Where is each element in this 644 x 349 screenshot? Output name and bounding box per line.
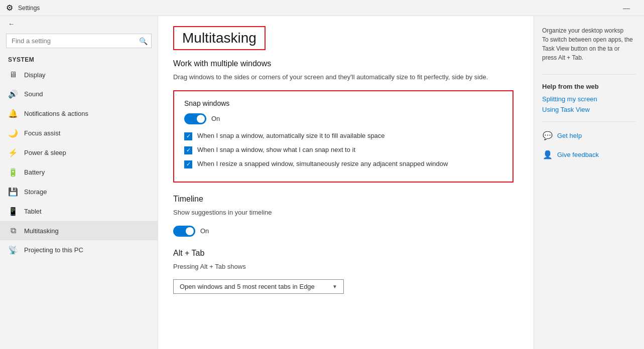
sidebar-item-label-focus: Focus assist [24,129,60,137]
alttab-dropdown-value: Open windows and 5 most recent tabs in E… [180,283,315,290]
alttab-section: Alt + Tab Pressing Alt + Tab shows Open … [173,249,513,294]
sidebar-back-button[interactable]: ← [0,16,158,32]
snap-windows-title: Snap windows [184,99,502,107]
snap-checkbox-1[interactable]: ✓ [184,132,192,140]
settings-icon: ⚙ [6,3,13,13]
title-bar-title: Settings [18,5,40,12]
storage-icon: 💾 [8,187,18,197]
splitting-screen-link[interactable]: Splitting my screen [542,95,636,103]
sidebar-item-projecting[interactable]: 📡 Projecting to this PC [0,240,158,260]
sidebar-item-label-tablet: Tablet [24,208,42,215]
sound-icon: 🔊 [8,89,18,99]
sidebar-item-label-power: Power & sleep [24,149,66,156]
chevron-down-icon: ▼ [332,284,337,289]
sidebar-item-label-display: Display [24,71,46,79]
battery-icon: 🔋 [8,167,18,177]
right-panel-divider-1 [542,74,636,75]
sidebar-item-storage[interactable]: 💾 Storage [0,182,158,202]
timeline-toggle-row: On [173,226,513,237]
sidebar-item-label-battery: Battery [24,168,45,176]
page-title-box: Multitasking [173,26,266,50]
snap-toggle-track[interactable] [184,113,206,124]
tablet-icon: 📱 [8,207,18,216]
sidebar-item-label-sound: Sound [24,90,43,98]
give-feedback-action[interactable]: 👤 Give feedback [542,149,636,160]
notifications-icon: 🔔 [8,109,18,118]
timeline-toggle-label: On [200,227,209,235]
snap-windows-box: Snap windows On ✓ When I snap a window, … [173,90,513,183]
display-icon: 🖥 [8,70,18,79]
snap-checkbox-1-label: When I snap a window, automatically size… [197,131,385,140]
title-bar-controls: — [615,0,638,16]
snap-toggle-thumb [197,115,205,123]
sidebar-item-notifications[interactable]: 🔔 Notifications & actions [0,104,158,123]
sidebar-item-multitasking[interactable]: ⧉ Multitasking [0,221,158,240]
right-panel: Organize your desktop workspTo switch be… [534,16,644,349]
help-from-web-title: Help from the web [542,83,636,90]
title-bar-left: ⚙ Settings [6,3,40,13]
alttab-heading: Alt + Tab [173,249,513,258]
alttab-dropdown[interactable]: Open windows and 5 most recent tabs in E… [173,279,344,294]
sidebar: ← 🔍 System 🖥 Display 🔊 Sound 🔔 Notificat… [0,16,158,349]
sidebar-item-label-projecting: Projecting to this PC [24,246,83,254]
give-feedback-icon: 👤 [542,149,553,160]
projecting-icon: 📡 [8,245,18,255]
timeline-toggle-thumb [186,227,194,235]
sidebar-item-label-notifications: Notifications & actions [24,110,88,117]
snap-checkbox-2-label: When I snap a window, show what I can sn… [197,145,355,154]
search-input[interactable] [6,34,152,48]
minimize-button[interactable]: — [615,0,638,16]
get-help-label: Get help [557,132,582,139]
right-panel-description: Organize your desktop workspTo switch be… [542,26,636,62]
back-icon: ← [8,20,15,28]
timeline-section: Timeline Show suggestions in your timeli… [173,195,513,237]
focus-icon: 🌙 [8,128,18,138]
timeline-heading: Timeline [173,195,513,204]
power-icon: ⚡ [8,148,18,157]
sidebar-item-tablet[interactable]: 📱 Tablet [0,202,158,221]
using-task-view-link[interactable]: Using Task View [542,106,636,113]
timeline-description: Show suggestions in your timeline [173,208,513,218]
snap-checkbox-3-label: When I resize a snapped window, simultan… [197,159,448,168]
content-area: Multitasking Work with multiple windows … [158,16,534,349]
sidebar-item-focus[interactable]: 🌙 Focus assist [0,123,158,143]
page-title: Multitasking [182,30,256,46]
main-layout: ← 🔍 System 🖥 Display 🔊 Sound 🔔 Notificat… [0,16,644,349]
sidebar-item-power[interactable]: ⚡ Power & sleep [0,143,158,162]
sidebar-item-label-multitasking: Multitasking [24,227,59,235]
sidebar-item-display[interactable]: 🖥 Display [0,65,158,84]
snap-toggle[interactable] [184,113,206,124]
sidebar-item-label-storage: Storage [24,188,47,196]
sidebar-search-container: 🔍 [6,34,152,48]
snap-checkbox-3-row: ✓ When I resize a snapped window, simult… [184,159,502,168]
get-help-action[interactable]: 💬 Get help [542,130,636,141]
timeline-toggle-track[interactable] [173,226,195,237]
checkmark-icon-3: ✓ [186,161,191,167]
sidebar-section-label: System [0,52,158,65]
sidebar-item-battery[interactable]: 🔋 Battery [0,162,158,182]
search-icon: 🔍 [139,37,148,45]
checkmark-icon-2: ✓ [186,147,191,153]
multitasking-icon: ⧉ [8,226,18,235]
sidebar-item-sound[interactable]: 🔊 Sound [0,84,158,104]
timeline-toggle[interactable] [173,226,195,237]
snap-toggle-label: On [211,115,220,122]
checkmark-icon-1: ✓ [186,133,191,139]
give-feedback-label: Give feedback [557,151,599,158]
alttab-label: Pressing Alt + Tab shows [173,262,513,272]
snap-checkbox-2[interactable]: ✓ [184,146,192,154]
snap-checkbox-1-row: ✓ When I snap a window, automatically si… [184,131,502,140]
snap-checkbox-3[interactable]: ✓ [184,160,192,168]
work-windows-heading: Work with multiple windows [173,59,513,68]
title-bar: ⚙ Settings — [0,0,644,16]
snap-checkbox-2-row: ✓ When I snap a window, show what I can … [184,145,502,154]
snap-toggle-row: On [184,113,502,124]
right-panel-divider-2 [542,121,636,122]
get-help-icon: 💬 [542,130,553,141]
work-windows-description: Drag windows to the sides or corners of … [173,72,513,82]
